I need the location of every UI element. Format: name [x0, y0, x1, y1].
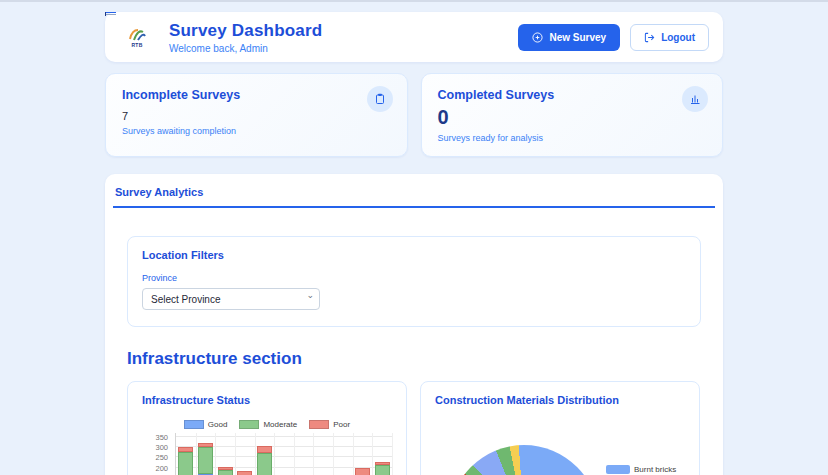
- legend-label: Poor: [333, 420, 350, 429]
- bar-chart-icon: [682, 86, 708, 112]
- construction-materials-card: Construction Materials Distribution Burn…: [420, 381, 700, 475]
- location-filters-card: Location Filters Province Select Provinc…: [127, 236, 701, 327]
- logout-button[interactable]: Logout: [630, 24, 709, 51]
- y-tick-label: 350: [155, 432, 168, 441]
- legend-label: Burnt bricks: [634, 465, 676, 474]
- infrastructure-section-heading: Infrastructure section: [127, 349, 701, 369]
- incomplete-surveys-card: Incomplete Surveys 7 Surveys awaiting co…: [105, 73, 408, 157]
- y-tick-label: 200: [155, 463, 168, 472]
- completed-surveys-title: Completed Surveys: [438, 88, 707, 102]
- province-label: Province: [142, 273, 686, 283]
- construction-materials-title: Construction Materials Distribution: [435, 394, 685, 406]
- logo-text: RTB: [131, 42, 142, 48]
- new-survey-label: New Survey: [549, 32, 606, 43]
- bar-segment-moderate: [375, 465, 390, 475]
- stacked-bar: [218, 467, 233, 475]
- stacked-bar: [355, 468, 370, 475]
- rtb-logo: RTB: [119, 27, 155, 48]
- clipboard-icon: [367, 86, 393, 112]
- bar-segment-poor: [257, 446, 272, 453]
- bar-plot-area: [175, 433, 392, 475]
- bar-segment-poor: [355, 468, 370, 475]
- y-tick-label: 250: [155, 453, 168, 462]
- infrastructure-status-chart: 35030025020015010050: [142, 433, 392, 475]
- welcome-subtitle: Welcome back, Admin: [169, 43, 322, 54]
- stacked-bar: [198, 443, 213, 475]
- logo-wordmark: [105, 12, 116, 16]
- construction-materials-pie: [449, 445, 599, 475]
- stacked-bar: [237, 471, 252, 475]
- bar-segment-poor: [237, 471, 252, 475]
- incomplete-surveys-title: Incomplete Surveys: [122, 88, 391, 102]
- incomplete-surveys-subtitle: Surveys awaiting completion: [122, 126, 391, 136]
- legend-item: Burnt bricks: [606, 465, 699, 474]
- bar-chart-legend: GoodModeratePoor: [142, 420, 392, 429]
- legend-label: Moderate: [263, 420, 297, 429]
- completed-surveys-count: 0: [438, 106, 707, 129]
- legend-item: Good: [184, 420, 228, 429]
- province-select[interactable]: Select Province: [142, 288, 320, 310]
- pie-chart-legend: Burnt bricksIron sheetsCement pavement: [606, 465, 699, 475]
- legend-item: Moderate: [239, 420, 297, 429]
- y-axis-labels: 35030025020015010050: [142, 433, 172, 475]
- plus-circle-icon: [532, 32, 543, 43]
- legend-swatch: [239, 420, 259, 429]
- new-survey-button[interactable]: New Survey: [518, 24, 620, 51]
- bar-segment-moderate: [178, 452, 193, 475]
- completed-surveys-subtitle: Surveys ready for analysis: [438, 133, 707, 143]
- bar-segment-moderate: [198, 447, 213, 474]
- bar-segment-moderate: [218, 470, 233, 475]
- bar-segment-moderate: [257, 453, 272, 475]
- stacked-bar: [375, 462, 390, 475]
- infrastructure-status-card: Infrastructure Status GoodModeratePoor 3…: [127, 381, 407, 475]
- rtb-logo-icon: [126, 27, 148, 41]
- header: RTB Survey Dashboard Welcome back, Admin…: [105, 12, 723, 62]
- legend-label: Good: [208, 420, 228, 429]
- page-title: Survey Dashboard: [169, 21, 322, 41]
- stacked-bar: [178, 447, 193, 475]
- y-tick-label: 300: [155, 443, 168, 452]
- location-filters-title: Location Filters: [142, 249, 686, 261]
- completed-surveys-card: Completed Surveys 0 Surveys ready for an…: [421, 73, 724, 157]
- survey-analytics-title: Survey Analytics: [105, 184, 723, 206]
- logout-icon: [644, 32, 655, 43]
- stacked-bar: [257, 446, 272, 475]
- incomplete-surveys-count: 7: [122, 110, 391, 122]
- survey-analytics-card: Survey Analytics Location Filters Provin…: [105, 174, 723, 475]
- legend-swatch: [184, 420, 204, 429]
- logout-label: Logout: [661, 32, 695, 43]
- legend-swatch: [606, 465, 630, 474]
- legend-swatch: [309, 420, 329, 429]
- legend-item: Poor: [309, 420, 350, 429]
- vertical-gridline: [392, 433, 393, 475]
- infrastructure-status-title: Infrastructure Status: [142, 394, 392, 406]
